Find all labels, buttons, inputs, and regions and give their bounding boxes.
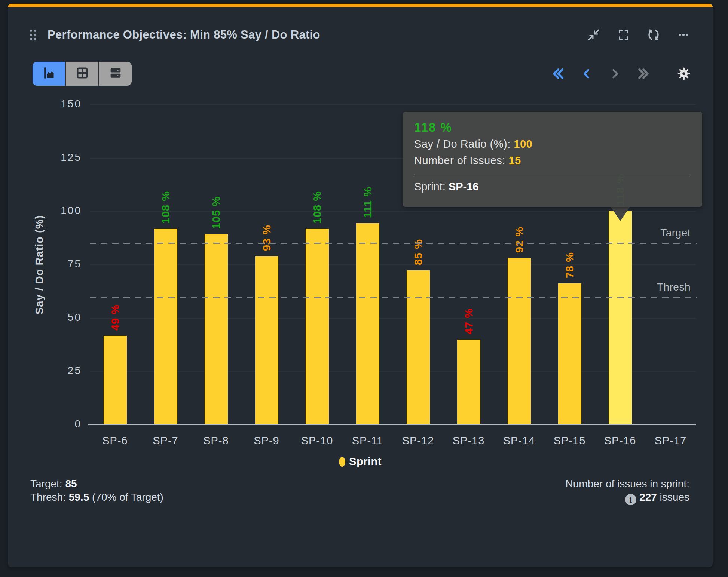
chevron-right-icon: [609, 67, 621, 80]
chart-tooltip: 118 % Say / Do Ratio (%): 100 Number of …: [403, 112, 702, 207]
more-options-icon[interactable]: [677, 28, 690, 42]
footer-thresh-line: Thresh: 59.5 (70% of Target): [30, 491, 163, 504]
widget-card: Performance Objectives: Min 85% Say / Do…: [8, 4, 713, 567]
widget-header: Performance Objectives: Min 85% Say / Do…: [30, 25, 690, 44]
y-tick-label: 150: [49, 98, 82, 110]
x-tick-label: SP-8: [191, 435, 241, 447]
y-tick-label: 100: [49, 205, 82, 217]
bar-value-label: 49 %: [109, 304, 122, 331]
legend-label: Sprint: [349, 455, 382, 468]
y-tick-label: 25: [49, 365, 82, 377]
target-dashed-line: [90, 243, 697, 244]
settings-gear-button[interactable]: [677, 67, 691, 81]
gear-icon: [677, 66, 691, 81]
double-chevron-left-icon: [551, 67, 565, 81]
issues-value-line: i227 issues: [566, 491, 689, 505]
x-tick-label: SP-10: [292, 435, 342, 447]
bar[interactable]: [508, 258, 531, 425]
x-tick-label: SP-17: [645, 435, 696, 447]
last-page-button[interactable]: [636, 67, 651, 81]
x-axis-line: [88, 424, 696, 425]
x-tick-label: SP-14: [494, 435, 544, 447]
x-tick-label: SP-15: [544, 435, 595, 447]
list-view-button[interactable]: [99, 62, 132, 86]
x-tick-label: SP-7: [140, 435, 191, 447]
drag-handle-icon[interactable]: [30, 30, 36, 40]
bar[interactable]: [104, 336, 127, 425]
widget-toolbar: [30, 62, 691, 86]
tooltip-headline: 118 %: [414, 119, 691, 136]
x-tick-label: SP-9: [241, 435, 292, 447]
bar[interactable]: [558, 283, 581, 425]
x-tick-label: SP-11: [342, 435, 393, 447]
tooltip-row-issues: Number of Issues: 15: [414, 152, 691, 169]
x-tick-label: SP-16: [595, 435, 645, 447]
bar-column: 105 %SP-8: [191, 105, 241, 425]
bar-value-label: 92 %: [513, 227, 526, 253]
y-tick-label: 75: [49, 258, 82, 270]
table-view-button[interactable]: [66, 62, 99, 86]
tooltip-caret: [610, 206, 630, 221]
y-tick-label: 0: [49, 418, 82, 430]
bar-column: 108 %SP-10: [292, 105, 342, 425]
footer-issue-count: Number of issues in sprint: i227 issues: [566, 477, 689, 505]
widget-title: Performance Objectives: Min 85% Say / Do…: [48, 28, 320, 42]
tooltip-sprint: Sprint: SP-16: [414, 179, 691, 194]
previous-page-button[interactable]: [579, 67, 594, 81]
refresh-icon[interactable]: [647, 28, 660, 42]
y-axis-title: Say / Do Ratio (%): [31, 105, 48, 425]
target-line-label: Target: [660, 227, 691, 239]
table-grid-icon: [75, 65, 90, 82]
tooltip-row-ratio: Say / Do Ratio (%): 100: [414, 136, 691, 152]
bar-value-label: 78 %: [564, 252, 576, 278]
bar-value-label: 108 %: [160, 191, 172, 224]
bar-column: 49 %SP-6: [90, 105, 140, 425]
footer-thresholds: Target: 85 Thresh: 59.5 (70% of Target): [30, 477, 163, 504]
bar[interactable]: [205, 234, 228, 425]
bar-value-label: 111 %: [362, 187, 374, 218]
bar-value-label: 105 %: [210, 196, 223, 229]
bar[interactable]: [154, 229, 177, 425]
view-toggle-group: [33, 62, 132, 86]
stacked-rows-icon: [108, 65, 123, 82]
widget-accent-bar: [8, 4, 713, 7]
area-chart-icon: [42, 65, 56, 82]
x-tick-label: SP-12: [393, 435, 443, 447]
y-tick-label: 125: [49, 151, 82, 163]
bar[interactable]: [306, 229, 329, 425]
bar-column: 108 %SP-7: [140, 105, 191, 425]
bar-column: 93 %SP-9: [241, 105, 292, 425]
chart-view-button[interactable]: [33, 62, 66, 86]
chevron-left-icon: [580, 67, 593, 80]
bar-value-label: 93 %: [261, 225, 273, 251]
next-page-button[interactable]: [608, 67, 622, 81]
pagination-controls: [551, 62, 691, 86]
chart-legend[interactable]: Sprint: [8, 455, 713, 468]
bar-column: 111 %SP-11: [342, 105, 393, 425]
footer-target-line: Target: 85: [30, 477, 163, 491]
threshold-dashed-line: [90, 297, 697, 298]
double-chevron-right-icon: [636, 67, 651, 81]
x-tick-label: SP-13: [443, 435, 494, 447]
x-tick-label: SP-6: [90, 435, 140, 447]
bar-value-label: 47 %: [463, 308, 475, 334]
bar[interactable]: [255, 256, 278, 425]
tooltip-divider: [414, 174, 691, 174]
bar[interactable]: [457, 340, 480, 425]
bar-value-label: 108 %: [311, 191, 324, 224]
first-page-button[interactable]: [551, 67, 565, 81]
minimize-icon[interactable]: [587, 28, 600, 42]
legend-marker-icon: [339, 457, 345, 467]
bar[interactable]: [356, 223, 379, 425]
dashboard-page: Performance Objectives: Min 85% Say / Do…: [0, 0, 728, 577]
issues-label: Number of issues in sprint:: [566, 477, 689, 491]
header-actions: [587, 28, 690, 42]
y-tick-label: 50: [49, 311, 82, 323]
bar[interactable]: [407, 270, 430, 425]
threshold-line-label: Thresh: [657, 281, 691, 293]
info-icon[interactable]: i: [625, 494, 636, 505]
fullscreen-icon[interactable]: [617, 28, 630, 42]
